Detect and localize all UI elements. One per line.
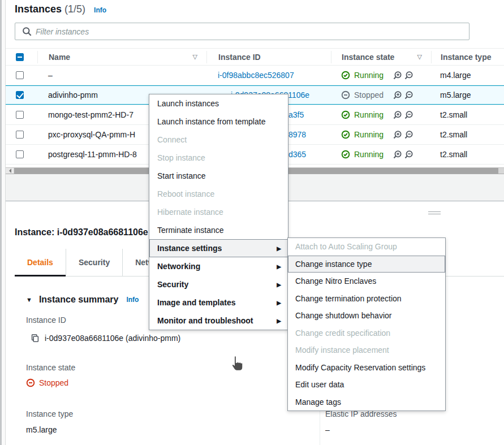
menu-item-instance-settings[interactable]: Instance settings▶ <box>149 239 288 257</box>
summary-info-link[interactable]: Info <box>126 296 139 304</box>
page-title: Instances (1/5) Info <box>15 3 106 15</box>
instance-settings-submenu: Attach to Auto Scaling Group Change inst… <box>287 237 446 411</box>
instance-state-text: Running <box>354 110 384 119</box>
sort-icon-name[interactable]: ▽ <box>193 53 197 61</box>
menu-item-monitor-and-troubleshoot[interactable]: Monitor and troubleshoot▶ <box>149 312 288 330</box>
zoom-in-icon[interactable] <box>393 71 402 80</box>
submenu-arrow-icon: ▶ <box>277 318 281 324</box>
submenu-arrow-icon: ▶ <box>277 245 281 252</box>
instance-type-value: m5.large <box>26 425 57 434</box>
details-panel-title: Instance: i-0d937e08a6681106e <box>15 227 148 237</box>
zoom-out-icon[interactable] <box>404 150 413 159</box>
row-checkbox[interactable] <box>16 111 24 119</box>
menu-item-launch-instances[interactable]: Launch instances <box>149 94 288 113</box>
row-checkbox[interactable] <box>16 91 24 99</box>
elastic-ip-value: – <box>325 425 330 434</box>
instance-type-text: t2.small <box>431 110 504 119</box>
menu-item-networking[interactable]: Networking▶ <box>149 257 288 275</box>
running-status-icon <box>341 110 350 119</box>
zoom-in-icon[interactable] <box>393 150 402 159</box>
submenu-item-edit-user-data[interactable]: Edit user data <box>288 376 445 394</box>
submenu-item-modify-instance-placement: Modify instance placement <box>288 342 445 359</box>
menu-item-stop-instance: Stop instance <box>149 149 288 167</box>
instance-type-text: t2.small <box>431 150 504 159</box>
instance-type-text: t2.small <box>431 130 504 139</box>
menu-item-security[interactable]: Security▶ <box>149 275 288 293</box>
instance-id-label: Instance ID <box>26 316 66 325</box>
row-checkbox[interactable] <box>16 71 24 79</box>
zoom-out-icon[interactable] <box>404 110 413 120</box>
running-status-icon <box>341 130 350 139</box>
table-header-row: Name ▽ Instance ID Instance state ▽ Inst… <box>6 48 504 66</box>
instance-type-label: Instance type <box>26 409 73 418</box>
menu-item-terminate-instance[interactable]: Terminate instance <box>149 221 288 239</box>
filter-instances-searchbox[interactable] <box>15 23 469 40</box>
submenu-item-change-instance-type[interactable]: Change instance type <box>288 256 445 273</box>
instance-state-label: Instance state <box>26 363 75 372</box>
row-checkbox[interactable] <box>16 131 24 139</box>
instance-count: (1/5) <box>64 3 85 15</box>
scroll-left-arrow[interactable] <box>6 168 14 174</box>
submenu-item-manage-tags[interactable]: Manage tags <box>288 394 445 411</box>
page-title-text: Instances <box>15 3 62 15</box>
panel-resize-handle[interactable] <box>427 210 442 215</box>
collapse-triangle-icon[interactable]: ▼ <box>26 296 32 303</box>
instance-actions-context-menu: Launch instances Launch instance from te… <box>149 94 288 330</box>
submenu-item-change-nitro-enclaves[interactable]: Change Nitro Enclaves <box>288 273 445 290</box>
col-header-instance-id[interactable]: Instance ID <box>206 51 331 63</box>
zoom-out-icon[interactable] <box>404 90 413 100</box>
menu-item-start-instance[interactable]: Start instance <box>149 167 288 185</box>
col-header-instance-type[interactable]: Instance type <box>431 51 504 63</box>
zoom-in-icon[interactable] <box>393 90 402 100</box>
submenu-item-change-shutdown-behavior[interactable]: Change shutdown behavior <box>288 307 445 325</box>
instance-id-value: i-0d937e08a6681106e (adivinho-pmm) <box>45 334 180 343</box>
menu-item-image-and-templates[interactable]: Image and templates▶ <box>149 293 288 312</box>
instance-id-link[interactable]: i-0f98abbc8ec526807 <box>218 71 294 80</box>
search-input[interactable] <box>36 27 464 36</box>
menu-item-connect: Connect <box>149 131 288 149</box>
submenu-item-change-credit-specification: Change credit specification <box>288 325 445 342</box>
running-status-icon <box>341 71 350 80</box>
zoom-out-icon[interactable] <box>404 130 413 140</box>
row-name: – <box>37 71 206 80</box>
running-status-icon <box>341 150 350 159</box>
copy-icon[interactable] <box>31 334 40 343</box>
instance-state-text: Stopped <box>354 90 384 100</box>
submenu-arrow-icon: ▶ <box>277 300 281 306</box>
zoom-in-icon[interactable] <box>393 110 402 120</box>
stopped-status-icon <box>341 90 350 100</box>
submenu-item-modify-capacity-reservation-settings[interactable]: Modify Capacity Reservation settings <box>288 359 445 377</box>
submenu-item-change-termination-protection[interactable]: Change termination protection <box>288 290 445 308</box>
submenu-arrow-icon: ▶ <box>277 263 281 270</box>
submenu-item-attach-to-auto-scaling-group: Attach to Auto Scaling Group <box>288 238 445 256</box>
menu-item-reboot-instance: Reboot instance <box>149 185 288 203</box>
table-row[interactable]: – i-0f98abbc8ec526807 Running m4.large <box>6 66 504 85</box>
col-header-name[interactable]: Name <box>49 53 70 62</box>
tab-security[interactable]: Security <box>66 249 122 276</box>
instance-state-text: Running <box>354 150 384 159</box>
instance-state-value: Stopped <box>39 378 68 387</box>
select-all-checkbox[interactable] <box>16 53 24 61</box>
search-icon <box>22 27 32 37</box>
zoom-in-icon[interactable] <box>393 130 402 140</box>
instance-summary-section-header: ▼ Instance summary Info <box>26 295 139 305</box>
tab-details[interactable]: Details <box>15 249 66 276</box>
left-scrollbar-gutter[interactable] <box>0 0 6 445</box>
submenu-arrow-icon: ▶ <box>277 282 281 288</box>
stopped-status-icon <box>26 378 35 387</box>
sort-icon-instance-state[interactable]: ▽ <box>417 53 422 61</box>
instance-state-text: Running <box>354 130 384 139</box>
col-header-instance-state[interactable]: Instance state <box>342 53 394 62</box>
ec2-instances-page: Instances (1/5) Info Name ▽ Instance ID … <box>0 0 504 445</box>
instance-type-text: m4.large <box>431 71 504 80</box>
menu-item-hibernate-instance: Hibernate instance <box>149 203 288 221</box>
row-checkbox[interactable] <box>16 150 24 158</box>
instance-state-text: Running <box>354 71 384 80</box>
zoom-out-icon[interactable] <box>404 71 413 80</box>
section-title: Instance summary <box>39 295 119 305</box>
instances-info-link[interactable]: Info <box>94 6 106 14</box>
instance-type-text: m5.large <box>431 90 504 100</box>
menu-item-launch-instance-from-template[interactable]: Launch instance from template <box>149 113 288 131</box>
